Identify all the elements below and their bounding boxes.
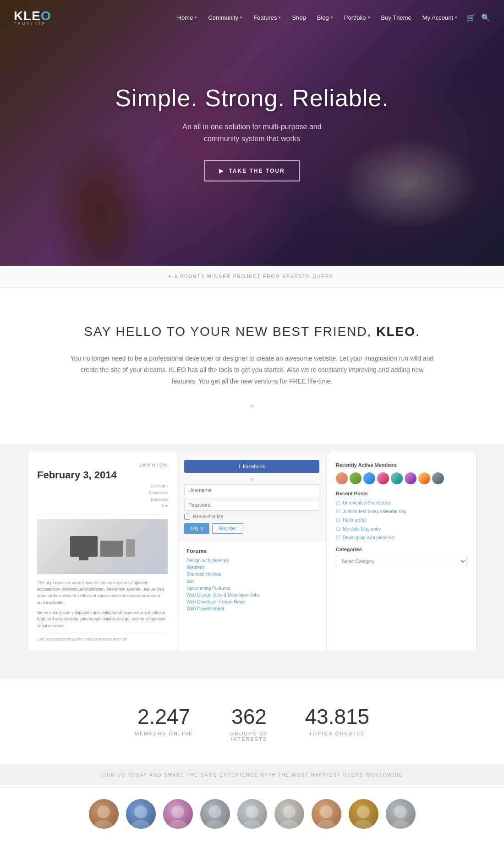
search-icon[interactable]: 🔍	[481, 13, 490, 22]
recent-post-item: ☐ My daily blog entry	[336, 526, 467, 532]
logo-sub: TEMPLATE	[14, 22, 51, 26]
preview-section: Jonathan Doe February 3, 2014 12:45 am S…	[0, 444, 504, 679]
login-panel: f Facebook or Remember Me Log in Registe…	[177, 453, 326, 541]
forum-item[interactable]: Web Development	[186, 606, 317, 611]
blog-text-1: Sed ut perspiciatis unde omnis iste natu…	[37, 580, 168, 606]
chevron-down-icon: ▾	[455, 15, 457, 20]
user-avatar[interactable]	[126, 799, 156, 829]
monitor-icon: ▶	[219, 168, 224, 174]
intro-body: You no longer need to be a professional …	[69, 353, 435, 388]
user-avatar[interactable]	[386, 799, 416, 829]
nav-buy-theme[interactable]: Buy Theme	[376, 11, 417, 25]
intro-divider: ✦	[27, 401, 477, 411]
member-avatar[interactable]	[377, 472, 389, 484]
forums-title: Forums	[186, 548, 317, 554]
users-avatar-bar	[0, 785, 504, 843]
nav-portfolio[interactable]: Portfolio ▾	[339, 11, 376, 25]
user-avatar[interactable]	[163, 799, 193, 829]
device-icons	[70, 536, 135, 557]
user-avatar[interactable]	[89, 799, 119, 829]
take-tour-button[interactable]: ▶ TAKE THE TOUR	[204, 160, 299, 181]
member-avatars	[336, 472, 467, 484]
post-link[interactable]: Unrevealed Shortcodes	[343, 500, 391, 506]
blog-author: Jonathan Doe	[37, 462, 168, 467]
nav-community[interactable]: Community ▾	[203, 11, 248, 25]
preview-card: Jonathan Doe February 3, 2014 12:45 am S…	[27, 453, 477, 652]
forum-item[interactable]: Sherlock Holmes	[186, 572, 317, 577]
check-icon: ☐	[336, 526, 340, 531]
forum-item[interactable]: Gladiator	[186, 565, 317, 570]
members-column: Recently Active Members Recent Posts ☐ U…	[327, 453, 476, 651]
user-avatar[interactable]	[200, 799, 230, 829]
forum-list: Design with pleasure Gladiator Sherlock …	[186, 558, 317, 611]
member-avatar[interactable]	[418, 472, 430, 484]
chevron-down-icon: ▾	[279, 15, 281, 20]
hero-subtitle: An all in one solution for multi-purpose…	[115, 121, 389, 144]
remember-me-checkbox[interactable]	[184, 514, 190, 520]
nav-home[interactable]: Home ▾	[172, 11, 203, 25]
intro-title: SAY HELLO TO YOUR NEW BEST FRIEND, KLEO.	[27, 324, 477, 339]
post-link[interactable]: Hello world!	[343, 517, 367, 524]
login-button[interactable]: Log in	[184, 523, 209, 534]
forum-item[interactable]: Web Design Jobs & Developer Jobs	[186, 592, 317, 597]
member-avatar[interactable]	[432, 472, 444, 484]
remember-me-row: Remember Me	[184, 514, 319, 520]
hero-title: Simple. Strong. Reliable.	[115, 84, 389, 112]
user-avatar[interactable]	[237, 799, 267, 829]
forum-item[interactable]: Upcomming Features	[186, 586, 317, 591]
post-link[interactable]: Just for test today calendar day	[343, 509, 406, 515]
facebook-icon: f	[239, 464, 240, 469]
check-icon: ☐	[336, 535, 340, 540]
chevron-down-icon: ▾	[331, 15, 333, 20]
join-bar: JOIN US TODAY AND SHARE THE SAME EXPERIE…	[0, 765, 504, 785]
nav-my-account[interactable]: My Account ▾	[417, 11, 463, 25]
login-buttons: Log in Register	[184, 523, 319, 534]
main-nav: KLEO TEMPLATE Home ▾ Community ▾ Feature…	[0, 0, 504, 35]
category-select[interactable]: Select Category	[336, 556, 467, 567]
recent-post-item: ☐ Just for test today calendar day	[336, 509, 467, 515]
member-avatar[interactable]	[391, 472, 403, 484]
nav-links: Home ▾ Community ▾ Features ▾ Shop Blog …	[172, 11, 463, 25]
active-members-title: Recently Active Members	[336, 462, 467, 468]
blog-comment: Sed ut perspiciatis unde omnis iste natu…	[37, 633, 168, 641]
bounty-bar: ✦ A BOUNTY WINNER PROJECT FROM SEVENTH Q…	[0, 266, 504, 288]
recent-post-item: ☐ Developing with pleasure	[336, 535, 467, 541]
chevron-down-icon: ▾	[195, 15, 197, 20]
member-avatar[interactable]	[405, 472, 416, 484]
forum-item[interactable]: Design with pleasure	[186, 558, 317, 563]
nav-blog[interactable]: Blog ▾	[312, 11, 339, 25]
recent-post-item: ☐ Unrevealed Shortcodes	[336, 500, 467, 506]
stat-topics: 43.815 TOPICS CREATED	[305, 706, 369, 742]
member-avatar[interactable]	[336, 472, 348, 484]
blog-image	[37, 519, 168, 574]
nav-features[interactable]: Features ▾	[248, 11, 286, 25]
stat-members: 2.247 MEMBERS ONLINE	[135, 706, 193, 742]
recent-post-item: ☐ Hello world!	[336, 517, 467, 524]
forum-item[interactable]: Web Developer Forum News	[186, 599, 317, 604]
post-link[interactable]: Developing with pleasure	[343, 535, 394, 541]
chevron-down-icon: ▾	[368, 15, 370, 20]
recent-posts-title: Recent Posts	[336, 491, 467, 496]
register-button[interactable]: Register	[212, 523, 243, 534]
hero-content: Simple. Strong. Reliable. An all in one …	[97, 84, 407, 181]
cart-icon[interactable]: 🛒	[466, 13, 476, 22]
facebook-login-button[interactable]: f Facebook	[184, 460, 319, 473]
nav-shop[interactable]: Shop	[286, 11, 311, 25]
user-avatar[interactable]	[349, 799, 378, 829]
stat-groups: 362 GROUPS OFINTERESTS	[230, 706, 268, 742]
user-avatar[interactable]	[274, 799, 304, 829]
hero-section: Simple. Strong. Reliable. An all in one …	[0, 0, 504, 266]
post-link[interactable]: My daily blog entry	[343, 526, 381, 532]
stat-groups-number: 362	[230, 706, 268, 727]
member-avatar[interactable]	[363, 472, 375, 484]
forum-item[interactable]: test	[186, 579, 317, 584]
check-icon: ☐	[336, 500, 340, 505]
member-avatar[interactable]	[350, 472, 362, 484]
logo[interactable]: KLEO TEMPLATE	[14, 9, 51, 26]
monitor-shape	[70, 536, 98, 557]
stat-members-label: MEMBERS ONLINE	[135, 731, 193, 736]
user-avatar[interactable]	[312, 799, 341, 829]
username-input[interactable]	[184, 484, 319, 496]
password-input[interactable]	[184, 499, 319, 511]
stat-groups-label: GROUPS OFINTERESTS	[230, 731, 268, 742]
